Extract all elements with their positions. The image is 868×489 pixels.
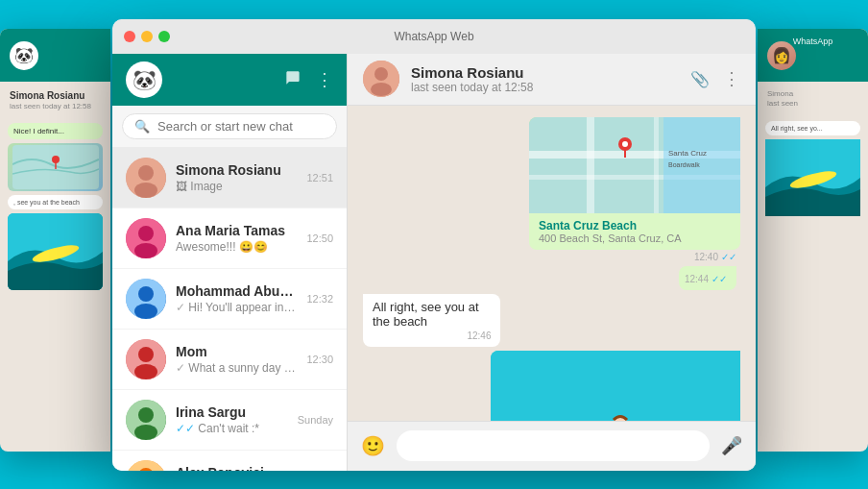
msg-bubble-received: All right, see you at the beach 12:46 (363, 294, 500, 347)
bg-window-right: 👩 WhatsApp Simona last seen All right, s… (758, 29, 868, 452)
svg-point-17 (134, 364, 157, 379)
text-image-group: All right, see you at the beach 12:46 (363, 294, 546, 347)
svg-rect-37 (491, 351, 740, 421)
chat-list: Simona Rosianu 🖼 Image 12:51 (112, 148, 347, 471)
msg-text: All right, see you at the beach (373, 300, 491, 329)
menu-icon[interactable]: ⋮ (316, 69, 333, 90)
chat-header-icons: 📎 ⋮ (690, 68, 740, 89)
msg-time: 12:40 (694, 252, 718, 262)
contact-status: last seen today at 12:58 (411, 81, 679, 94)
tick-message: 12:44 ✓✓ (679, 266, 740, 290)
chat-info: Simona Rosianu 🖼 Image (176, 162, 297, 193)
msg-meta: 12:46 (373, 330, 491, 341)
chat-preview: ✓✓ Can't wait :* (176, 422, 288, 435)
map-address: 400 Beach St, Santa Cruz, CA (539, 232, 731, 244)
avatar (126, 279, 166, 319)
messages-area: Santa Cruz Boardwalk Santa Cruz Beach 40… (348, 106, 756, 421)
list-item[interactable]: Mohammad Abumuail... ✓ Hi! You'll appear… (112, 269, 347, 330)
chat-name: Mom (176, 344, 297, 359)
window-title: WhatsApp Web (394, 30, 473, 43)
emoji-button[interactable]: 🙂 (361, 434, 385, 457)
svg-rect-31 (654, 117, 659, 213)
surf-message: 12:51 (491, 351, 740, 421)
chat-header-avatar (363, 61, 399, 97)
bg-left-bubble: Nice! I definit... (8, 123, 103, 139)
chat-info: Mohammad Abumuail... ✓ Hi! You'll appear… (176, 283, 297, 314)
user-avatar: 🐼 (126, 61, 162, 98)
chat-info: Ana Maria Tamas Awesome!!! 😀😊 (176, 223, 297, 254)
surf-image: 12:51 (491, 351, 740, 421)
bg-window-left: 🐼 Simona Rosianulast seen today at 12:58… (0, 29, 110, 452)
list-item[interactable]: Ana Maria Tamas Awesome!!! 😀😊 12:50 (112, 208, 347, 269)
double-tick-icon: ✓✓ (721, 252, 736, 262)
chat-menu-icon[interactable]: ⋮ (723, 68, 740, 89)
bg-left-map (8, 143, 103, 191)
list-item[interactable]: Mom ✓ What a sunny day 😊☀ 12:30 (112, 330, 347, 390)
chat-info: Alex Popovici 😱😅 (176, 465, 282, 471)
chat-name: Alex Popovici (176, 465, 282, 471)
search-wrapper: 🔍 (122, 113, 337, 139)
avatar (126, 400, 166, 440)
chat-preview: ✓ Hi! You'll appear in the WAFD... (176, 301, 297, 314)
search-icon: 🔍 (134, 119, 150, 134)
chat-time: 12:50 (306, 232, 333, 244)
mic-button[interactable]: 🎤 (721, 435, 742, 456)
svg-rect-30 (587, 117, 594, 213)
svg-text:Boardwalk: Boardwalk (668, 161, 700, 168)
app-body: 🐼 ⋮ 🔍 (112, 54, 756, 471)
sidebar-header: 🐼 ⋮ (112, 54, 347, 106)
minimize-dot[interactable] (141, 31, 153, 42)
list-item[interactable]: Simona Rosianu 🖼 Image 12:51 (112, 148, 347, 208)
chat-time: Sunday (298, 414, 333, 426)
chat-info: Mom ✓ What a sunny day 😊☀ (176, 344, 297, 375)
bg-left-avatar: 🐼 (10, 41, 38, 70)
surf-bubble[interactable]: 12:51 (491, 351, 740, 421)
image-icon: 🖼 (176, 180, 187, 193)
msg-time: 12:46 (467, 330, 491, 341)
bg-right-msg: All right, see yo... (765, 121, 860, 135)
chat-name: Mohammad Abumuail... (176, 283, 297, 299)
input-bar: 🙂 🎤 (348, 421, 756, 471)
svg-point-25 (374, 67, 388, 81)
bg-right-whatsapp-label: WhatsApp (758, 37, 868, 46)
svg-point-26 (371, 83, 392, 96)
window-controls (124, 31, 170, 42)
svg-point-7 (138, 165, 154, 181)
msg-time: 12:44 (685, 274, 709, 284)
bg-right-contact-info: Simona last seen (758, 82, 868, 117)
map-bubble[interactable]: Santa Cruz Boardwalk Santa Cruz Beach 40… (529, 117, 740, 250)
map-title: Santa Cruz Beach (539, 219, 731, 232)
chat-header: Simona Rosianu last seen today at 12:58 … (348, 54, 756, 106)
msg-bubble-sent: 12:44 ✓✓ (679, 266, 736, 290)
sidebar-header-icons: ⋮ (285, 69, 333, 90)
map-message: Santa Cruz Boardwalk Santa Cruz Beach 40… (529, 117, 740, 262)
close-dot[interactable] (124, 31, 135, 42)
bg-left-contact-info: Simona Rosianulast seen today at 12:58 (0, 82, 110, 119)
svg-point-10 (138, 226, 154, 241)
chat-preview: Awesome!!! 😀😊 (176, 240, 297, 254)
attach-icon[interactable]: 📎 (690, 70, 710, 88)
message-input[interactable] (397, 430, 710, 461)
chat-preview: ✓ What a sunny day 😊☀ (176, 361, 297, 375)
maximize-dot[interactable] (158, 31, 170, 42)
compose-icon[interactable] (285, 70, 301, 89)
list-item[interactable]: Irina Sargu ✓✓ Can't wait :* Sunday (112, 390, 347, 451)
svg-point-11 (134, 243, 157, 258)
chat-time: 12:32 (306, 293, 333, 305)
bg-left-header: 🐼 (0, 29, 110, 82)
chat-header-info: Simona Rosianu last seen today at 12:58 (411, 64, 679, 94)
chat-name: Simona Rosianu (176, 162, 297, 178)
svg-point-36 (622, 141, 628, 147)
chat-info: Irina Sargu ✓✓ Can't wait :* (176, 404, 288, 435)
avatar (126, 218, 166, 258)
map-message-meta: 12:40 ✓✓ (694, 252, 736, 262)
svg-text:Santa Cruz: Santa Cruz (668, 149, 707, 158)
svg-point-14 (134, 304, 157, 319)
svg-point-8 (134, 183, 157, 198)
map-info: Santa Cruz Beach 400 Beach St, Santa Cru… (529, 213, 740, 250)
search-input[interactable] (157, 119, 325, 134)
avatar (126, 158, 166, 198)
svg-point-13 (138, 286, 154, 302)
list-item[interactable]: Alex Popovici 😱😅 6/3/2015 (112, 451, 347, 471)
bg-right-surf-img (765, 139, 860, 216)
